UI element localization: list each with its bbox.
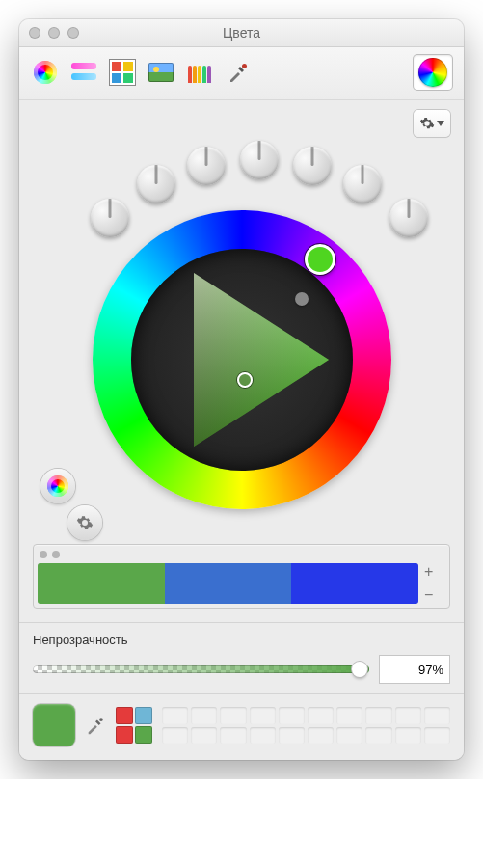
scheme-settings-button[interactable] bbox=[67, 505, 102, 540]
color-wheel-area bbox=[33, 141, 450, 536]
recent-swatch-4[interactable] bbox=[135, 726, 152, 744]
opacity-input[interactable] bbox=[379, 655, 450, 684]
close-button[interactable] bbox=[29, 27, 40, 39]
main-panel: + − bbox=[19, 100, 464, 622]
settings-menu-button[interactable] bbox=[414, 110, 450, 137]
swatch-well[interactable] bbox=[424, 707, 450, 724]
hue-wheel[interactable] bbox=[93, 210, 391, 509]
swatch-well[interactable] bbox=[336, 727, 362, 745]
eyedropper-icon bbox=[227, 61, 250, 84]
saturation-triangle[interactable] bbox=[141, 258, 343, 461]
swatch-well[interactable] bbox=[424, 727, 450, 745]
eyedropper-small-button[interactable] bbox=[85, 715, 106, 736]
swatch-well[interactable] bbox=[279, 727, 305, 745]
palette-mode-button[interactable] bbox=[108, 60, 137, 85]
color-picker-window: Цвета bbox=[19, 19, 464, 760]
harmony-knob-3[interactable] bbox=[187, 147, 226, 185]
opacity-label: Непрозрачность bbox=[33, 633, 450, 647]
harmony-dot[interactable] bbox=[295, 292, 309, 306]
swatch-well[interactable] bbox=[191, 707, 217, 724]
recent-colors bbox=[116, 707, 152, 744]
sliders-icon bbox=[71, 63, 96, 82]
rainbow-wheel-icon bbox=[418, 58, 447, 87]
wheel-mode-button[interactable] bbox=[31, 60, 60, 85]
image-mode-button[interactable] bbox=[147, 60, 175, 85]
swatch-well[interactable] bbox=[162, 727, 188, 745]
eyedropper-button[interactable] bbox=[224, 60, 253, 85]
swatch-2[interactable] bbox=[165, 563, 292, 604]
svg-marker-2 bbox=[194, 273, 329, 447]
window-title: Цвета bbox=[19, 25, 464, 41]
scheme-preset-button[interactable] bbox=[40, 469, 75, 503]
swatch-well[interactable] bbox=[365, 727, 391, 745]
swatch-well[interactable] bbox=[250, 707, 276, 724]
swatch-well[interactable] bbox=[250, 727, 276, 745]
recent-swatch-2[interactable] bbox=[135, 707, 152, 724]
opacity-section: Непрозрачность bbox=[19, 622, 464, 693]
picker-mode-toolbar bbox=[19, 47, 464, 100]
window-controls bbox=[29, 27, 79, 39]
recent-swatch-1[interactable] bbox=[116, 707, 133, 724]
opacity-thumb[interactable] bbox=[352, 662, 367, 677]
scheme-swatch-strip[interactable] bbox=[38, 563, 418, 604]
image-icon bbox=[148, 63, 174, 82]
zoom-button[interactable] bbox=[67, 27, 79, 39]
titlebar: Цвета bbox=[19, 19, 464, 47]
recent-swatch-3[interactable] bbox=[116, 726, 133, 744]
swatch-well[interactable] bbox=[308, 707, 334, 724]
swatch-well[interactable] bbox=[395, 727, 421, 745]
harmony-knob-5[interactable] bbox=[293, 147, 332, 185]
swatch-1[interactable] bbox=[38, 563, 165, 604]
custom-swatch-wells bbox=[162, 707, 450, 744]
swatch-bar bbox=[19, 693, 464, 760]
triangle-selector[interactable] bbox=[237, 372, 253, 388]
svg-point-3 bbox=[99, 718, 103, 721]
swatch-well[interactable] bbox=[395, 707, 421, 724]
swatch-well[interactable] bbox=[308, 727, 334, 745]
scheme-swatches-panel: + − bbox=[33, 544, 450, 609]
panel-drag-dots[interactable] bbox=[38, 549, 445, 563]
advanced-wheel-mode-button[interactable] bbox=[414, 55, 452, 90]
hue-selector[interactable] bbox=[305, 244, 335, 275]
remove-swatch-button[interactable]: − bbox=[424, 586, 445, 604]
gear-icon bbox=[419, 116, 435, 131]
opacity-slider[interactable] bbox=[33, 665, 369, 673]
current-color-swatch[interactable] bbox=[33, 704, 75, 746]
swatch-well[interactable] bbox=[220, 707, 246, 724]
swatch-3[interactable] bbox=[291, 563, 418, 604]
swatch-well[interactable] bbox=[336, 707, 362, 724]
pencils-mode-button[interactable] bbox=[185, 60, 214, 85]
svg-point-0 bbox=[242, 64, 247, 68]
chevron-down-icon bbox=[437, 121, 444, 126]
pencils-icon bbox=[187, 62, 212, 83]
swatch-well[interactable] bbox=[279, 707, 305, 724]
palette-icon bbox=[110, 60, 135, 85]
rainbow-wheel-icon bbox=[34, 61, 57, 84]
swatch-well[interactable] bbox=[191, 727, 217, 745]
add-swatch-button[interactable]: + bbox=[424, 563, 445, 581]
harmony-knob-2[interactable] bbox=[137, 165, 175, 203]
harmony-knob-6[interactable] bbox=[343, 165, 382, 203]
rainbow-wheel-icon bbox=[47, 475, 68, 497]
sliders-mode-button[interactable] bbox=[69, 60, 98, 85]
swatch-well[interactable] bbox=[162, 707, 188, 724]
swatch-well[interactable] bbox=[220, 727, 246, 745]
minimize-button[interactable] bbox=[48, 27, 60, 39]
gear-icon bbox=[76, 514, 94, 531]
swatch-well[interactable] bbox=[365, 707, 391, 724]
harmony-knob-4[interactable] bbox=[240, 141, 279, 179]
harmony-knob-7[interactable] bbox=[389, 199, 428, 237]
